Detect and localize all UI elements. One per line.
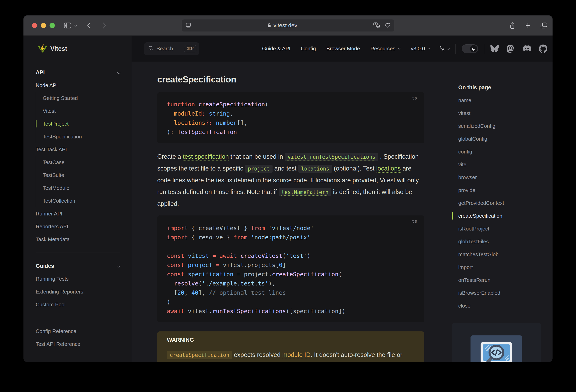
minimize-window-button[interactable] xyxy=(41,23,46,28)
github-link[interactable] xyxy=(539,45,547,53)
sidebar-item-testproject[interactable]: TestProject xyxy=(36,117,120,130)
social-links xyxy=(490,45,547,53)
outline-item-getprovidedcontext[interactable]: getProvidedContext xyxy=(452,197,546,210)
on-this-page-items: namevitestserializedConfigglobalConfigco… xyxy=(452,94,546,312)
outline-item-import[interactable]: import xyxy=(452,261,546,274)
chevron-down-icon xyxy=(398,47,401,50)
theme-toggle[interactable] xyxy=(462,44,478,53)
forward-button[interactable] xyxy=(102,22,107,29)
vitest-docs-page: Vitest APINode APIGetting StartedVitestT… xyxy=(24,36,552,362)
sidebar-item-vitest[interactable]: Vitest xyxy=(36,105,120,117)
outline-item-provide[interactable]: provide xyxy=(452,184,546,197)
inline-code-link[interactable]: vitest.runTestSpecifications xyxy=(285,153,378,161)
moon-icon xyxy=(470,45,477,52)
body-paragraph: Create a test specification that can be … xyxy=(157,151,424,210)
close-window-button[interactable] xyxy=(32,23,37,28)
outline-item-vite[interactable]: vite xyxy=(452,158,546,171)
outline-item-isrootproject[interactable]: isRootProject xyxy=(452,222,546,235)
code-line: import { resolve } from 'node:path/posix… xyxy=(167,233,415,242)
site-logo[interactable]: Vitest xyxy=(24,36,132,62)
navbar-right xyxy=(439,44,547,54)
code-lines: import { createVitest } from 'vitest/nod… xyxy=(167,223,415,316)
inline-link[interactable]: test specification xyxy=(183,153,229,160)
outline-item-vitest[interactable]: vitest xyxy=(452,107,546,120)
sidebar-item-task-metadata[interactable]: Task Metadata xyxy=(36,233,120,246)
page-settings-icon[interactable] xyxy=(186,23,191,28)
discord-link[interactable] xyxy=(522,45,531,52)
sidebar-toggle-icon[interactable] xyxy=(64,23,71,29)
window-controls xyxy=(32,23,55,28)
sidebar-group: Getting StartedVitestTestProjectTestSpec… xyxy=(36,92,120,143)
svg-text:A: A xyxy=(375,23,377,26)
sidebar-item-testsuite[interactable]: TestSuite xyxy=(36,169,120,181)
inline-link[interactable]: locations xyxy=(376,165,401,172)
sidebar-item-running-tests[interactable]: Running Tests xyxy=(36,272,120,285)
outline-item-matchestestglob[interactable]: matchesTestGlob xyxy=(452,248,546,261)
text-run: and test xyxy=(273,165,298,172)
sidebar-item-config-reference[interactable]: Config Reference xyxy=(36,325,120,338)
new-tab-icon[interactable] xyxy=(525,23,531,29)
outline-item-serializedconfig[interactable]: serializedConfig xyxy=(452,120,546,132)
inline-code: createSpecification xyxy=(167,351,232,359)
outline-item-config[interactable]: config xyxy=(452,145,546,158)
sidebar-item-testcollection[interactable]: TestCollection xyxy=(36,194,120,207)
nav-link-guide-api[interactable]: Guide & API xyxy=(262,46,290,52)
outline-item-close[interactable]: close xyxy=(452,299,546,312)
search-shortcut: ⌘K xyxy=(184,45,196,52)
nav-link-browser-mode[interactable]: Browser Mode xyxy=(326,46,360,52)
reload-icon[interactable] xyxy=(385,23,390,28)
discord-icon xyxy=(522,45,531,52)
sidebar-section-guides[interactable]: Guides xyxy=(36,260,120,272)
sidebar-item-testmodule[interactable]: TestModule xyxy=(36,181,120,194)
language-menu[interactable] xyxy=(439,46,449,52)
vitest-logo-icon xyxy=(38,44,47,53)
text-run: (optional). Test xyxy=(332,165,376,172)
mastodon-link[interactable] xyxy=(506,45,515,53)
inline-link[interactable]: module ID xyxy=(282,351,311,358)
sponsor-card[interactable] xyxy=(452,323,541,362)
outline-item-ontestsrerun[interactable]: onTestsRerun xyxy=(452,274,546,286)
nav-link-label: Config xyxy=(301,46,316,52)
nav-link-label: Resources xyxy=(371,46,395,52)
text-run: that can be used in xyxy=(229,153,285,160)
sidebar-item-node-api[interactable]: Node API xyxy=(36,79,120,92)
code-language-badge: ts xyxy=(412,219,417,224)
sidebar-item-extending-reporters[interactable]: Extending Reporters xyxy=(36,285,120,298)
sidebar-item-testspecification[interactable]: TestSpecification xyxy=(36,130,120,143)
outline-item-globalconfig[interactable]: globalConfig xyxy=(452,132,546,145)
search-icon xyxy=(148,46,154,52)
code-block-signature: ts function createSpecification( moduleI… xyxy=(157,92,424,143)
sidebar-item-custom-pool[interactable]: Custom Pool xyxy=(36,298,120,311)
outline-item-name[interactable]: name xyxy=(452,94,546,107)
nav-link-resources[interactable]: Resources xyxy=(371,46,400,52)
inline-code: project xyxy=(245,165,273,173)
share-icon[interactable] xyxy=(509,22,515,29)
on-this-page-title: On this page xyxy=(452,83,546,92)
outline-item-globtestfiles[interactable]: globTestFiles xyxy=(452,235,546,248)
sidebar-item-runner-api[interactable]: Runner API xyxy=(36,207,120,220)
search-button[interactable]: Search ⌘K xyxy=(144,42,199,55)
nav-link-config[interactable]: Config xyxy=(301,46,316,52)
zoom-window-button[interactable] xyxy=(50,23,55,28)
sidebar-item-getting started[interactable]: Getting Started xyxy=(36,92,120,105)
outline-item-browser[interactable]: browser xyxy=(452,171,546,184)
page-title: createSpecification xyxy=(157,74,424,85)
sidebar-item-test-api-reference[interactable]: Test API Reference xyxy=(36,338,120,351)
back-button[interactable] xyxy=(87,22,91,29)
tab-overview-icon[interactable] xyxy=(541,22,547,29)
sidebar-item-testcase[interactable]: TestCase xyxy=(36,156,120,169)
code-line: moduleId: string, xyxy=(167,109,415,118)
translate-icon[interactable]: A xyxy=(374,23,380,29)
sidebar-item-test-task-api[interactable]: Test Task API xyxy=(36,143,120,156)
sidebar-dropdown-chevron-icon[interactable] xyxy=(74,25,77,27)
nav-link-v3-0-0[interactable]: v3.0.0 xyxy=(411,46,430,52)
address-bar[interactable]: vitest.dev A xyxy=(182,19,394,31)
sidebar-item-reporters-api[interactable]: Reporters API xyxy=(36,220,120,233)
sidebar-section-api[interactable]: API xyxy=(36,66,120,79)
bluesky-link[interactable] xyxy=(490,45,499,53)
outline-item-createspecification[interactable]: createSpecification xyxy=(452,210,546,222)
inline-code-link[interactable]: testNamePattern xyxy=(279,188,331,196)
code-language-badge: ts xyxy=(412,95,417,100)
chevron-down-icon xyxy=(117,71,120,74)
outline-item-isbrowserenabled[interactable]: isBrowserEnabled xyxy=(452,286,546,299)
